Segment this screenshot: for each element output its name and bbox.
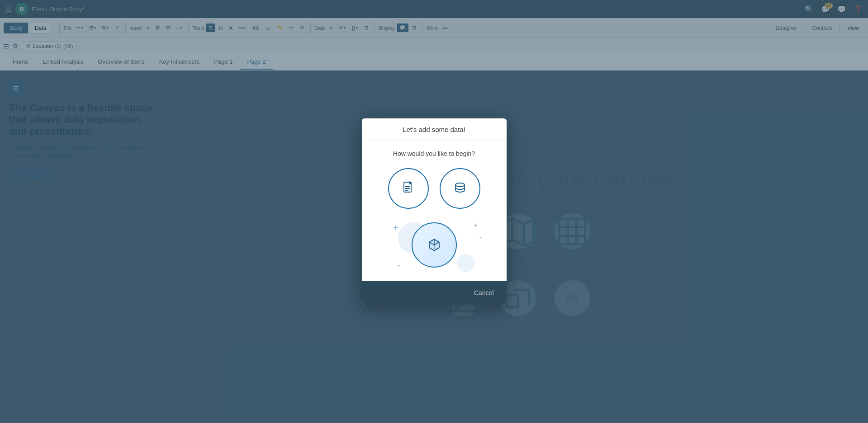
cancel-button[interactable]: Cancel [470, 287, 498, 298]
database-option[interactable] [440, 168, 480, 209]
cube-option-circle[interactable] [412, 222, 457, 268]
file-option[interactable] [388, 168, 429, 209]
dialog-top-options [371, 168, 498, 209]
dialog-body: How would you like to begin? [362, 141, 507, 281]
file-option-icon [400, 180, 417, 197]
cube-option[interactable] [412, 222, 457, 268]
add-data-dialog: Let's add some data! How would you like … [362, 118, 507, 305]
dialog-center-option-container: + + ● ● [371, 218, 498, 272]
svg-point-17 [455, 183, 465, 187]
deco-circle-2 [457, 254, 475, 272]
deco-dot-1: ● [398, 263, 400, 268]
cube-option-icon [426, 237, 442, 253]
file-option-circle[interactable] [388, 168, 429, 209]
dialog-subtitle: How would you like to begin? [371, 150, 498, 157]
deco-plus-2: + [474, 221, 477, 229]
deco-dot-2: ● [479, 236, 481, 239]
dialog-footer: Cancel [362, 281, 507, 305]
modal-overlay: Let's add some data! How would you like … [0, 0, 868, 423]
database-option-circle[interactable] [440, 168, 480, 209]
deco-plus-1: + [394, 223, 398, 233]
database-option-icon [452, 180, 468, 197]
dialog-header: Let's add some data! [362, 118, 507, 141]
